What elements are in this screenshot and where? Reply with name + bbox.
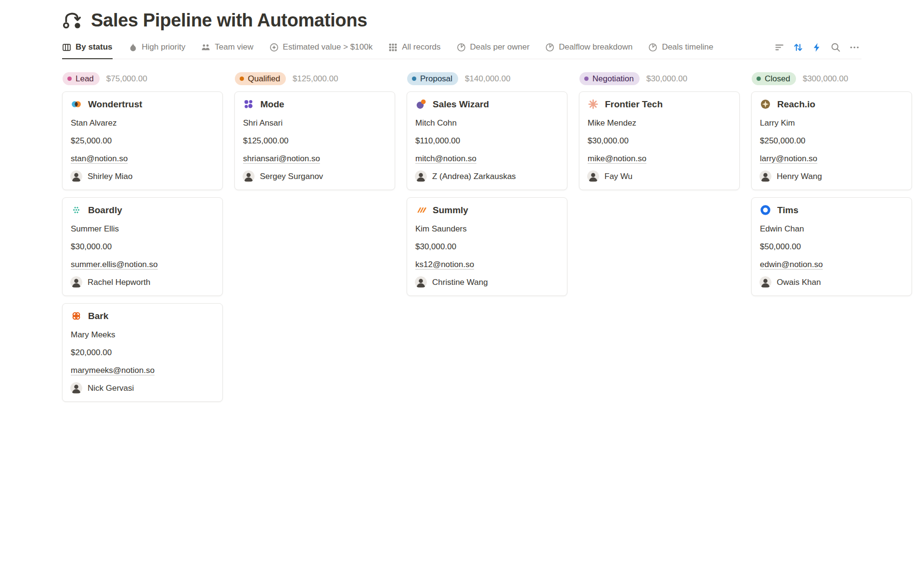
status-dot xyxy=(584,77,589,81)
avatar xyxy=(587,170,599,182)
email-link[interactable]: larry@notion.so xyxy=(759,154,817,164)
filter-lines-icon xyxy=(774,42,784,52)
automation-arrow-icon xyxy=(62,10,82,30)
email-link[interactable]: marymeeks@notion.so xyxy=(70,366,154,375)
contact-name: Mary Meeks xyxy=(70,330,215,340)
status-label: Negotiation xyxy=(592,74,634,84)
kanban-board: Lead $75,000.00 Wondertrust Stan Alvarez… xyxy=(62,72,924,402)
column-header: Proposal $140,000.00 xyxy=(407,72,567,85)
blue-ring-icon xyxy=(760,205,771,216)
automations-button[interactable] xyxy=(812,42,822,52)
board-column-qualified: Qualified $125,000.00 Mode Shri Ansari $… xyxy=(234,72,395,402)
email-link[interactable]: mike@notion.so xyxy=(587,154,646,164)
card-list: Reach.io Larry Kim $250,000.00 larry@not… xyxy=(751,91,912,296)
grid-icon xyxy=(388,43,398,52)
deal-card-boardly[interactable]: Boardly Summer Ellis $30,000.00 summer.e… xyxy=(62,197,223,296)
company-name: Summly xyxy=(433,205,468,216)
avatar xyxy=(415,276,427,288)
status-label: Lead xyxy=(76,74,94,84)
deal-card-mode[interactable]: Mode Shri Ansari $125,000.00 shriansari@… xyxy=(234,91,395,190)
status-pill[interactable]: Qualified xyxy=(235,72,286,85)
sort-button[interactable] xyxy=(793,42,803,52)
contact-name: Kim Saunders xyxy=(414,224,560,234)
people-icon xyxy=(201,43,210,52)
owner-name: Sergey Surganov xyxy=(260,172,323,181)
column-header: Lead $75,000.00 xyxy=(62,72,223,85)
email-link[interactable]: ks12@notion.so xyxy=(414,260,474,269)
tab-deals-timeline[interactable]: Deals timeline xyxy=(648,42,713,59)
target-star-icon xyxy=(270,43,279,52)
contact-name: Edwin Chan xyxy=(759,224,904,234)
email-link[interactable]: mitch@notion.so xyxy=(414,154,476,164)
status-pill[interactable]: Lead xyxy=(63,72,100,85)
email-link[interactable]: edwin@notion.so xyxy=(759,260,823,269)
contact-name: Stan Alvarez xyxy=(70,118,215,128)
contact-name: Summer Ellis xyxy=(70,224,215,234)
deal-card-summly[interactable]: Summly Kim Saunders $30,000.00 ks12@noti… xyxy=(407,197,567,296)
deal-value: $50,000.00 xyxy=(759,242,904,252)
tab-team-view[interactable]: Team view xyxy=(201,42,253,59)
search-button[interactable] xyxy=(831,42,841,52)
company-name: Tims xyxy=(777,205,798,216)
email-link[interactable]: stan@notion.so xyxy=(70,154,128,164)
tab-high-priority[interactable]: High priority xyxy=(128,42,186,59)
pie-chart-icon xyxy=(648,43,657,52)
owner-name: Fay Wu xyxy=(604,172,632,181)
deal-value: $30,000.00 xyxy=(414,242,560,252)
tab-by-status[interactable]: By status xyxy=(62,42,113,59)
deal-value: $30,000.00 xyxy=(587,136,732,146)
sort-arrows-icon xyxy=(793,42,803,52)
company-name: Wondertrust xyxy=(88,99,142,110)
deal-card-sales-wizard[interactable]: Sales Wizard Mitch Cohn $110,000.00 mitc… xyxy=(407,91,567,190)
pie-chart-icon xyxy=(457,43,466,52)
deal-card-bark[interactable]: Bark Mary Meeks $20,000.00 marymeeks@not… xyxy=(62,303,223,402)
email-link[interactable]: shriansari@notion.so xyxy=(242,154,320,164)
deal-card-wondertrust[interactable]: Wondertrust Stan Alvarez $25,000.00 stan… xyxy=(62,91,223,190)
tab-all-records[interactable]: All records xyxy=(388,42,440,59)
deal-value: $125,000.00 xyxy=(242,136,387,146)
status-dot xyxy=(412,77,416,81)
company-name: Sales Wizard xyxy=(433,99,489,110)
avatar xyxy=(70,276,82,288)
venn-circles-icon xyxy=(71,99,82,110)
lightning-icon xyxy=(812,42,822,52)
filter-button[interactable] xyxy=(774,42,784,52)
board-column-proposal: Proposal $140,000.00 Sales Wizard Mitch … xyxy=(407,72,567,402)
deal-card-frontier-tech[interactable]: Frontier Tech Mike Mendez $30,000.00 mik… xyxy=(579,91,740,190)
contact-name: Shri Ansari xyxy=(242,118,387,128)
email-link[interactable]: summer.ellis@notion.so xyxy=(70,260,158,269)
mode-blobs-icon xyxy=(243,99,254,110)
status-dot xyxy=(67,77,72,81)
company-name: Bark xyxy=(88,311,108,321)
owner-name: Christine Wang xyxy=(432,278,488,287)
deal-card-tims[interactable]: Tims Edwin Chan $50,000.00 edwin@notion.… xyxy=(751,197,912,296)
status-pill[interactable]: Negotiation xyxy=(579,72,640,85)
deal-value: $25,000.00 xyxy=(70,136,215,146)
board-column-lead: Lead $75,000.00 Wondertrust Stan Alvarez… xyxy=(62,72,223,402)
deal-value: $20,000.00 xyxy=(70,348,215,358)
ellipsis-icon xyxy=(849,42,860,52)
tab-dealflow-breakdown[interactable]: Dealflow breakdown xyxy=(545,42,632,59)
card-list: Wondertrust Stan Alvarez $25,000.00 stan… xyxy=(62,91,223,402)
owner-name: Nick Gervasi xyxy=(88,384,134,393)
view-tabs: By status High priority Team view Estima… xyxy=(62,42,729,59)
owner-name: Rachel Hepworth xyxy=(88,278,150,287)
status-pill[interactable]: Closed xyxy=(752,72,796,85)
owner-name: Shirley Miao xyxy=(88,172,133,181)
avatar xyxy=(415,170,427,182)
contact-name: Mitch Cohn xyxy=(414,118,560,128)
more-button[interactable] xyxy=(849,42,860,52)
card-list: Frontier Tech Mike Mendez $30,000.00 mik… xyxy=(579,91,740,190)
tab-deals-per-owner[interactable]: Deals per owner xyxy=(457,42,530,59)
avatar xyxy=(70,382,82,394)
contact-name: Mike Mendez xyxy=(587,118,732,128)
deal-card-reach-io[interactable]: Reach.io Larry Kim $250,000.00 larry@not… xyxy=(751,91,912,190)
contact-name: Larry Kim xyxy=(759,118,904,128)
column-total: $75,000.00 xyxy=(106,74,147,84)
column-total: $30,000.00 xyxy=(646,74,687,84)
status-label: Qualified xyxy=(248,74,280,84)
tab-estimated-value-100k[interactable]: Estimated value > $100k xyxy=(270,42,373,59)
status-pill[interactable]: Proposal xyxy=(407,72,458,85)
deal-value: $110,000.00 xyxy=(414,136,560,146)
board-columns-icon xyxy=(62,43,71,52)
